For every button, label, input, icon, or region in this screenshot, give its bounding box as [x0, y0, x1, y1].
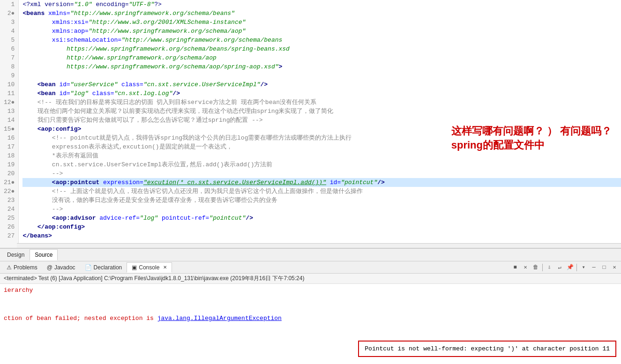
console-line-2 — [4, 295, 617, 305]
code-line-23: 没有说，做的事日志业务还是安全业务还是缓存业务，现在要告诉它哪些公共的业务 — [22, 196, 621, 205]
code-line-27: </beans> — [22, 231, 621, 240]
console-toolbar: ⚠ Problems @ Javadoc 📄 Declaration ▣ Con… — [0, 261, 621, 274]
error-box-text: Pointcut is not well-formed: expecting '… — [365, 345, 610, 352]
error-box: Pointcut is not well-formed: expecting '… — [358, 341, 616, 357]
console-output: ierarchy ction of bean failed; nested ex… — [0, 284, 621, 364]
maximize-button[interactable]: □ — [599, 263, 609, 272]
code-line-24: --> — [22, 205, 621, 214]
pin-button[interactable]: 📌 — [565, 263, 575, 272]
console-line-3 — [4, 305, 617, 314]
editor-tabs-bar: Design Source — [0, 248, 621, 261]
code-line-10: <bean id="userService" class="cn.sxt.ser… — [22, 80, 621, 89]
code-line-3: xmlns:xsi="http://www.w3.org/2001/XMLSch… — [22, 18, 621, 27]
code-line-18: *表示所有返回值 — [22, 151, 621, 160]
tab-console[interactable]: ▣ Console ✕ — [127, 262, 172, 273]
console-status-text: <terminated> Test (6) [Java Application]… — [4, 275, 304, 282]
tab-javadoc-label: Javadoc — [54, 264, 75, 271]
line-numbers: 1 2● 3 4 5 6 7 8 9 10 11 12● 13 14 15● 1… — [0, 0, 19, 248]
javadoc-icon: @ — [47, 264, 52, 271]
problems-icon: ⚠ — [7, 264, 12, 271]
code-line-12: <!-- 现在我们的目标是将实现日志的切面 切入到目标service方法之前 现… — [22, 98, 621, 107]
code-line-2: <beans xmlns="http://www.springframework… — [22, 9, 621, 18]
declaration-icon: 📄 — [85, 264, 92, 271]
code-line-25: <aop:advisor advice-ref="log" pointcut-r… — [22, 214, 621, 223]
clear-button[interactable]: 🗑 — [531, 263, 540, 272]
console-close-icon[interactable]: ✕ — [163, 265, 167, 270]
terminate-button[interactable]: ■ — [510, 263, 520, 272]
code-line-4: xmlns:aop="http://www.springframework.or… — [22, 27, 621, 36]
code-line-6: https://www.springframework.org/schema/b… — [22, 45, 621, 53]
code-line-26: </aop:config> — [22, 223, 621, 231]
tab-source[interactable]: Source — [30, 249, 58, 260]
word-wrap-button[interactable]: ↵ — [555, 263, 564, 272]
code-line-20: --> — [22, 169, 621, 178]
console-toolbar-icons: ■ ✕ 🗑 ⇩ ↵ 📌 ▾ ─ □ ✕ — [510, 263, 619, 272]
error-prefix: ction of bean failed; nested exception i… — [4, 315, 157, 322]
code-line-21: <aop:pointcut expression="excution(* cn.… — [22, 178, 621, 187]
remove-button[interactable]: ✕ — [521, 263, 530, 272]
editor-area: 1 2● 3 4 5 6 7 8 9 10 11 12● 13 14 15● 1… — [0, 0, 621, 248]
code-line-19: cn.sxt.service.UserServiceImpl表示位置,然后.ad… — [22, 160, 621, 169]
code-line-13: 现在他们两个如何建立关系呢？以前要实现动态代理来实现，现在这个动态代理由spri… — [22, 107, 621, 116]
scroll-lock-button[interactable]: ⇩ — [545, 263, 554, 272]
tab-javadoc[interactable]: @ Javadoc — [42, 263, 80, 272]
code-line-9 — [22, 71, 621, 80]
separator2 — [576, 264, 577, 271]
code-line-11: <bean id="log" class="cn.sxt.log.Log"/> — [22, 89, 621, 98]
tab-problems[interactable]: ⚠ Problems — [2, 263, 42, 272]
close-panel-button[interactable]: ✕ — [610, 263, 619, 272]
console-line-1: ierarchy — [4, 286, 617, 295]
code-line-1: <?xml version="1.0" encoding="UTF-8"?> — [22, 0, 621, 9]
console-icon: ▣ — [132, 264, 137, 271]
separator — [542, 264, 543, 271]
console-area: <terminated> Test (6) [Java Application]… — [0, 274, 621, 364]
annotation-text: 这样写哪有问题啊？ ） 有问题吗？ spring的配置文件中 — [451, 124, 612, 152]
console-status: <terminated> Test (6) [Java Application]… — [0, 274, 621, 284]
tab-declaration[interactable]: 📄 Declaration — [80, 263, 127, 272]
view-menu-button[interactable]: ▾ — [579, 263, 588, 272]
code-line-7: http://www.springframework.org/schema/ao… — [22, 53, 621, 62]
tab-design[interactable]: Design — [2, 249, 30, 260]
console-tabs: ⚠ Problems @ Javadoc 📄 Declaration ▣ Con… — [2, 262, 510, 273]
tab-problems-label: Problems — [14, 264, 37, 271]
code-line-14: 我们只需要告诉它如何去做就可以了，那么怎么告诉它呢？通过spring的配置 --… — [22, 116, 621, 125]
tab-console-label: Console — [139, 264, 159, 271]
code-line-8: https://www.springframework.org/schema/a… — [22, 62, 621, 71]
error-link[interactable]: java.lang.IllegalArgumentException — [157, 315, 282, 322]
code-line-5: xsi:schemaLocation="http://www.springfra… — [22, 36, 621, 45]
minimize-button[interactable]: ─ — [589, 263, 599, 272]
tab-declaration-label: Declaration — [94, 264, 122, 271]
console-line-4: ction of bean failed; nested exception i… — [4, 314, 617, 323]
code-line-22: <!-- 上面这个就是切入点，现在告诉它切入点还没用，因为我只是告诉它这个切入点… — [22, 187, 621, 196]
editor-scrollbar[interactable] — [17, 243, 621, 248]
